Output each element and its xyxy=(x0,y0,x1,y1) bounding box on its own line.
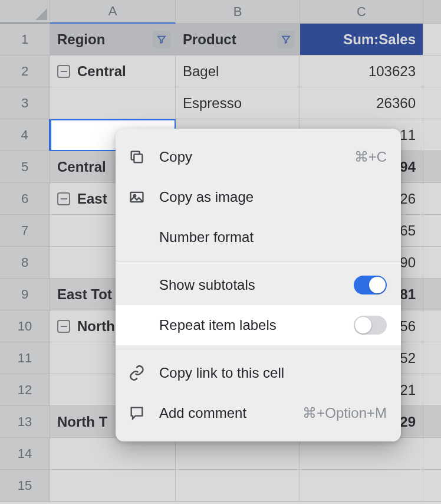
copy-icon xyxy=(129,149,159,165)
cell-text: 52 xyxy=(400,350,416,366)
collapse-group-button[interactable] xyxy=(57,320,70,333)
column-header-A[interactable]: A xyxy=(50,0,176,24)
menu-shortcut: ⌘+C xyxy=(354,149,387,165)
header-label: Product xyxy=(183,31,236,48)
row-header[interactable]: 10 xyxy=(0,310,50,342)
cell[interactable]: Central xyxy=(50,55,176,87)
cell[interactable]: Espresso xyxy=(176,87,300,119)
cell[interactable]: Bagel xyxy=(176,55,300,87)
row-header[interactable]: 11 xyxy=(0,342,50,374)
cell[interactable] xyxy=(423,151,441,183)
cell-text: Central xyxy=(77,63,126,80)
cell-text: North xyxy=(77,318,115,335)
cell[interactable] xyxy=(423,406,441,438)
cell[interactable] xyxy=(423,279,441,310)
cell[interactable] xyxy=(50,87,176,119)
funnel-icon xyxy=(157,35,166,44)
cell-text: Espresso xyxy=(183,95,242,112)
row-header[interactable]: 4 xyxy=(0,119,50,151)
menu-item-number-format[interactable]: Number format xyxy=(116,217,401,257)
row-header[interactable]: 15 xyxy=(0,470,50,502)
cell[interactable] xyxy=(423,438,441,470)
menu-item-show-subtotals[interactable]: Show subtotals xyxy=(116,265,401,305)
cell[interactable] xyxy=(50,470,176,502)
cell[interactable]: 26360 xyxy=(300,87,423,119)
cell[interactable] xyxy=(423,470,441,502)
row-header[interactable]: 1 xyxy=(0,24,50,55)
cell[interactable] xyxy=(423,374,441,406)
cell-text: 94 xyxy=(400,159,416,175)
cell[interactable] xyxy=(423,310,441,342)
cell[interactable] xyxy=(423,183,441,215)
svg-rect-0 xyxy=(134,154,142,162)
minus-icon xyxy=(61,326,67,327)
row-header[interactable]: 9 xyxy=(0,279,50,310)
cell-text: 11 xyxy=(400,127,416,143)
menu-item-add-comment[interactable]: Add comment ⌘+Option+M xyxy=(116,393,401,433)
cell[interactable]: 103623 xyxy=(300,55,423,87)
cell[interactable] xyxy=(423,24,441,55)
table-row: 1 Region Product Sum:Sales xyxy=(0,24,441,55)
table-row: 3Espresso26360 xyxy=(0,87,441,119)
cell[interactable] xyxy=(176,438,300,470)
row-header[interactable]: 3 xyxy=(0,87,50,119)
pivot-header-sum[interactable]: Sum:Sales xyxy=(300,24,423,55)
cell-text: 26 xyxy=(400,191,416,207)
menu-item-copy-link[interactable]: Copy link to this cell xyxy=(116,353,401,393)
cell[interactable] xyxy=(300,438,423,470)
row-header[interactable]: 6 xyxy=(0,183,50,215)
cell-text: 81 xyxy=(400,286,416,303)
cell[interactable] xyxy=(423,119,441,151)
cell-text: East Tot xyxy=(57,286,112,303)
cell[interactable] xyxy=(423,215,441,247)
table-row: 15 xyxy=(0,470,441,502)
row-header[interactable]: 12 xyxy=(0,374,50,406)
collapse-group-button[interactable] xyxy=(57,65,70,78)
menu-item-copy-as-image[interactable]: Copy as image xyxy=(116,177,401,217)
column-header-C[interactable]: C xyxy=(300,0,423,24)
cell-text: Bagel xyxy=(183,63,219,80)
cell[interactable] xyxy=(50,438,176,470)
minus-icon xyxy=(61,71,67,72)
table-row: 14 xyxy=(0,438,441,470)
cell[interactable] xyxy=(176,470,300,502)
column-header-row: A B C xyxy=(0,0,441,24)
pivot-header-product[interactable]: Product xyxy=(176,24,300,55)
cell[interactable] xyxy=(423,247,441,279)
menu-label: Copy link to this cell xyxy=(159,365,387,381)
cell-text: 29 xyxy=(400,414,416,430)
toggle-show-subtotals[interactable] xyxy=(354,276,387,294)
comment-icon xyxy=(129,405,159,421)
context-menu: Copy ⌘+C Copy as image Number format Sho… xyxy=(116,129,401,441)
filter-button-product[interactable] xyxy=(277,31,295,48)
cell[interactable] xyxy=(423,55,441,87)
cell[interactable] xyxy=(300,470,423,502)
cell[interactable] xyxy=(423,87,441,119)
table-row: 2CentralBagel103623 xyxy=(0,55,441,87)
column-header-next[interactable] xyxy=(423,0,441,24)
menu-label: Number format xyxy=(159,229,387,246)
cell[interactable] xyxy=(423,342,441,374)
pivot-header-region[interactable]: Region xyxy=(50,24,176,55)
select-all-corner[interactable] xyxy=(0,0,50,24)
filter-button-region[interactable] xyxy=(153,31,170,48)
cell-text: 90 xyxy=(400,254,416,271)
toggle-repeat-labels[interactable] xyxy=(354,316,387,335)
row-header[interactable]: 13 xyxy=(0,406,50,438)
cell-text: East xyxy=(77,191,107,207)
cell-text: 103623 xyxy=(368,63,416,80)
row-header[interactable]: 2 xyxy=(0,55,50,87)
menu-item-repeat-item-labels[interactable]: Repeat item labels xyxy=(116,305,401,345)
row-header[interactable]: 8 xyxy=(0,247,50,279)
row-header[interactable]: 7 xyxy=(0,215,50,247)
menu-item-copy[interactable]: Copy ⌘+C xyxy=(116,137,401,177)
row-header[interactable]: 14 xyxy=(0,438,50,470)
image-icon xyxy=(129,189,159,205)
header-label: Region xyxy=(57,31,105,48)
minus-icon xyxy=(61,198,67,199)
row-header[interactable]: 5 xyxy=(0,151,50,183)
collapse-group-button[interactable] xyxy=(57,192,70,205)
menu-label: Show subtotals xyxy=(159,277,354,293)
column-header-B[interactable]: B xyxy=(176,0,300,24)
menu-label: Repeat item labels xyxy=(159,317,354,333)
